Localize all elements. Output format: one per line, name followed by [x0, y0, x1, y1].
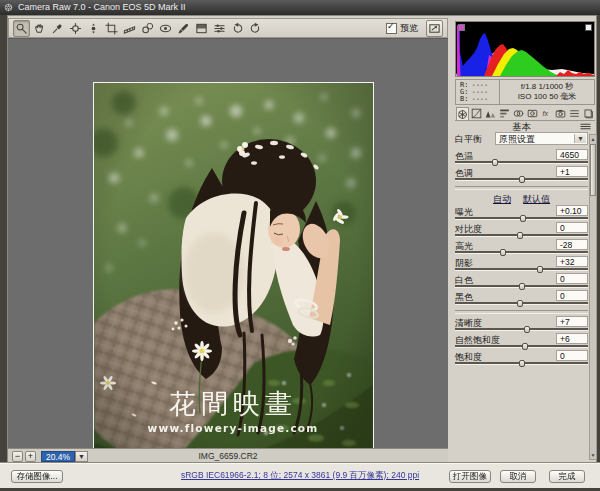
temperature-slider[interactable]: [455, 158, 588, 166]
hand-tool-icon[interactable]: [31, 20, 48, 37]
slider-thumb[interactable]: [520, 215, 526, 222]
straighten-tool-icon[interactable]: [121, 20, 138, 37]
white-balance-row: 白平衡 原照设置 ▼: [455, 133, 588, 150]
rotate-left-tool-icon[interactable]: [229, 20, 246, 37]
tab-tone-curve[interactable]: [470, 107, 483, 120]
preview-checkbox[interactable]: [386, 23, 397, 34]
tint-row: 色调 +1: [455, 167, 588, 184]
scroll-up-icon[interactable]: ▲: [590, 135, 596, 143]
vibrance-row: 自然饱和度 +6: [455, 334, 588, 351]
contrast-slider[interactable]: [455, 231, 588, 239]
white-balance-label: 白平衡: [455, 133, 482, 146]
title-bar: Camera Raw 7.0 - Canon EOS 5D Mark II: [0, 0, 600, 15]
contrast-row: 对比度 0: [455, 223, 588, 240]
panel-menu-button[interactable]: [579, 121, 592, 132]
preferences-tool-icon[interactable]: [211, 20, 228, 37]
tab-effects[interactable]: fx: [540, 107, 553, 120]
exif-readout: R:---- G:---- B:---- f/1.8 1/1000 秒 ISO …: [455, 79, 595, 105]
photo-watermark-url: www.flowery-image.com: [148, 422, 319, 434]
scroll-down-icon[interactable]: ▼: [590, 451, 596, 459]
highlights-row: 高光 -28: [455, 240, 588, 257]
toolbar-tools: [13, 20, 265, 37]
image-canvas: 花間映畫 www.flowery-image.com: [8, 38, 448, 448]
clarity-slider[interactable]: [455, 325, 588, 333]
crop-tool-icon[interactable]: [103, 20, 120, 37]
whites-slider[interactable]: [455, 282, 588, 290]
slider-thumb[interactable]: [519, 283, 525, 290]
tab-snapshots[interactable]: [582, 107, 595, 120]
tab-presets[interactable]: [568, 107, 581, 120]
tab-hsl-grayscale[interactable]: [498, 107, 511, 120]
targeted-adjustment-tool-icon[interactable]: [85, 20, 102, 37]
graduated-filter-tool-icon[interactable]: [193, 20, 210, 37]
spot-removal-tool-icon[interactable]: [139, 20, 156, 37]
slider-thumb[interactable]: [519, 360, 525, 367]
temperature-row: 色温 4650: [455, 150, 588, 167]
adjustment-brush-tool-icon[interactable]: [175, 20, 192, 37]
vibrance-slider[interactable]: [455, 342, 588, 350]
red-eye-tool-icon[interactable]: [157, 20, 174, 37]
camera-settings: f/1.8 1/1000 秒 ISO 100 50 毫米: [500, 80, 594, 104]
highlights-slider[interactable]: [455, 248, 588, 256]
panel-tabs: fx: [455, 107, 595, 121]
save-image-button[interactable]: 存储图像...: [11, 470, 63, 483]
divider: [455, 310, 588, 314]
scrollbar-thumb[interactable]: [590, 144, 596, 196]
slider-thumb[interactable]: [522, 343, 528, 350]
toolbar: 预览: [8, 18, 448, 38]
preview-label: 预览: [400, 22, 418, 35]
tint-slider[interactable]: [455, 175, 588, 183]
chevron-down-icon: ▼: [574, 134, 586, 143]
workflow-options-link[interactable]: sRGB IEC61966-2.1; 8 位; 2574 x 3861 (9.9…: [100, 470, 500, 482]
shadow-clipping-indicator[interactable]: [458, 24, 465, 31]
default-link[interactable]: 默认值: [523, 193, 550, 206]
divider: [455, 186, 588, 190]
toggle-fullscreen-button[interactable]: [426, 20, 443, 37]
tab-detail[interactable]: [484, 107, 497, 120]
color-sampler-tool-icon[interactable]: [67, 20, 84, 37]
white-balance-select[interactable]: 原照设置 ▼: [495, 132, 588, 145]
saturation-slider[interactable]: [455, 359, 588, 367]
cancel-button[interactable]: 取消: [500, 470, 536, 483]
tab-camera-calibration[interactable]: [554, 107, 567, 120]
aperture-shutter-label: f/1.8 1/1000 秒: [521, 82, 573, 92]
app-icon: [4, 3, 14, 13]
white-balance-tool-icon[interactable]: [49, 20, 66, 37]
auto-link[interactable]: 自动: [493, 193, 511, 206]
rgb-readout: R:---- G:---- B:----: [456, 80, 500, 104]
open-image-button[interactable]: 打开图像: [449, 470, 491, 483]
photo-watermark-title: 花間映畫: [169, 388, 297, 419]
blacks-row: 黑色 0: [455, 291, 588, 308]
slider-thumb[interactable]: [500, 249, 506, 256]
histogram: [455, 21, 595, 77]
zoom-tool-icon[interactable]: [13, 20, 30, 37]
blacks-slider[interactable]: [455, 299, 588, 307]
iso-focal-label: ISO 100 50 毫米: [518, 92, 577, 102]
slider-thumb[interactable]: [524, 326, 530, 333]
window-title: Camera Raw 7.0 - Canon EOS 5D Mark II: [18, 0, 186, 15]
slider-thumb[interactable]: [537, 266, 543, 273]
saturation-row: 饱和度 0: [455, 351, 588, 368]
slider-thumb[interactable]: [517, 232, 523, 239]
tab-basic[interactable]: [456, 107, 469, 120]
filename-label: IMG_6659.CR2: [8, 451, 448, 461]
shadows-row: 阴影 +32: [455, 257, 588, 274]
done-button[interactable]: 完成: [549, 470, 585, 483]
whites-row: 白色 0: [455, 274, 588, 291]
status-strip: − + 20.4% ▼ IMG_6659.CR2: [8, 448, 448, 463]
exposure-slider[interactable]: [455, 214, 588, 222]
panel-scrollbar[interactable]: ▲ ▼: [589, 134, 597, 460]
rotate-right-tool-icon[interactable]: [247, 20, 264, 37]
tab-lens-corrections[interactable]: [526, 107, 539, 120]
photo-preview[interactable]: 花間映畫 www.flowery-image.com: [93, 82, 374, 481]
fullscreen-icon: [428, 22, 441, 35]
shadows-slider[interactable]: [455, 265, 588, 273]
basic-panel: 白平衡 原照设置 ▼ 色温 4650 色调 +1 自动 默认值 曝光 +0.10…: [455, 133, 588, 368]
tab-split-toning[interactable]: [512, 107, 525, 120]
highlight-clipping-indicator[interactable]: [585, 24, 592, 31]
clarity-row: 清晰度 +7: [455, 317, 588, 334]
slider-thumb[interactable]: [519, 176, 525, 183]
slider-thumb[interactable]: [492, 159, 498, 166]
exposure-row: 曝光 +0.10: [455, 206, 588, 223]
slider-thumb[interactable]: [517, 300, 523, 307]
